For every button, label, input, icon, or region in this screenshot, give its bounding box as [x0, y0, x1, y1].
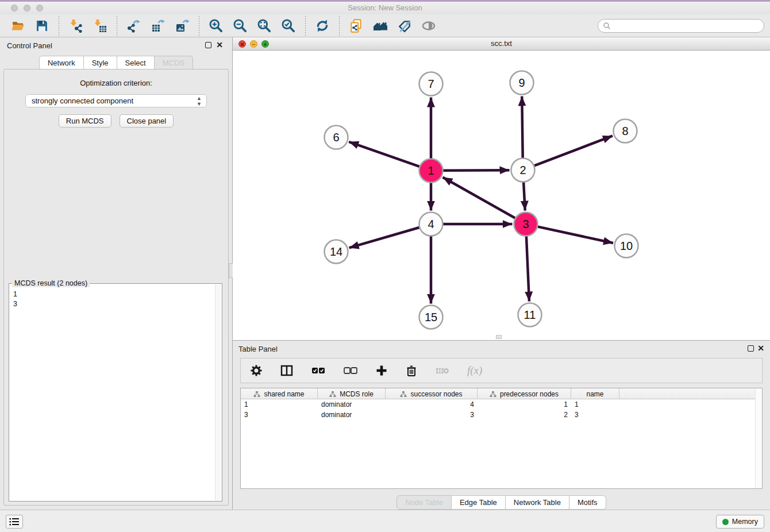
network-canvas[interactable]: 1234678910111415 [233, 51, 770, 340]
zoom-out-button[interactable] [230, 17, 250, 35]
network-window-titlebar: ✕ − + scc.txt [233, 37, 770, 51]
table-tabs: Node Table Edge Table Network Table Moti… [233, 495, 770, 510]
graph-node-label-1: 1 [428, 164, 434, 177]
memory-button[interactable]: Memory [716, 515, 764, 529]
close-panel-icon[interactable]: ✕ [216, 41, 223, 49]
column-header-shared-name[interactable]: shared name [241, 388, 318, 399]
apply-layout-button[interactable] [313, 17, 332, 35]
export-image-button[interactable] [172, 17, 192, 35]
graph-edge-1-6[interactable] [349, 142, 419, 167]
graph-node-label-6: 6 [333, 131, 339, 144]
control-panel-title: Control Panel [7, 41, 52, 50]
tab-network-table[interactable]: Network Table [506, 495, 569, 510]
select-all-button[interactable] [311, 362, 326, 379]
save-session-button[interactable] [32, 17, 52, 35]
export-table-button[interactable] [148, 17, 168, 35]
search-input[interactable] [611, 20, 764, 32]
cell-mcds-role: dominator [318, 400, 386, 410]
graph-edge-3-1[interactable] [442, 178, 515, 218]
add-column-button[interactable] [375, 362, 388, 379]
zoom-window-icon[interactable] [36, 5, 43, 11]
table-row[interactable]: 1 dominator 4 1 1 [241, 400, 762, 410]
float-panel-icon[interactable] [205, 42, 211, 48]
app-window: Session: New Session [0, 0, 770, 532]
graph-node-label-11: 11 [524, 309, 536, 321]
graph-edge-3-10[interactable] [537, 226, 613, 243]
toolbar-separator [339, 16, 340, 36]
mcds-result-item: 1 [13, 290, 222, 299]
graph-edge-1-2[interactable] [442, 170, 509, 171]
clone-network-button[interactable] [346, 17, 366, 35]
home-button[interactable] [371, 17, 390, 35]
tab-edge-table[interactable]: Edge Table [452, 495, 506, 510]
table-row[interactable]: 3 dominator 3 2 3 [241, 411, 762, 420]
network-minimize-icon[interactable]: − [250, 40, 257, 48]
deselect-all-button[interactable] [343, 362, 358, 379]
close-panel-button[interactable]: Close panel [120, 114, 174, 128]
cell-shared-name: 3 [241, 411, 318, 420]
table-settings-button[interactable] [250, 362, 263, 379]
network-resize-handle[interactable] [496, 335, 502, 339]
cell-mcds-role: dominator [318, 411, 386, 420]
zoom-selected-button[interactable] [279, 17, 298, 35]
graph-edge-2-8[interactable] [534, 136, 613, 165]
delete-row-button[interactable] [405, 362, 418, 379]
tab-network[interactable]: Network [39, 56, 84, 70]
network-maximize-icon[interactable]: + [261, 40, 269, 48]
criterion-dropdown[interactable]: strongly connected component ▲▼ [25, 94, 207, 107]
mcds-result-title: MCDS result (2 nodes) [12, 279, 90, 287]
select-all-icon [311, 365, 326, 376]
open-session-button[interactable] [8, 17, 28, 35]
close-table-panel-icon[interactable]: ✕ [757, 344, 764, 352]
graph-node-label-15: 15 [425, 311, 437, 323]
minimize-window-icon[interactable] [24, 5, 30, 11]
task-history-button[interactable] [6, 515, 23, 529]
import-table-button[interactable] [90, 17, 110, 35]
zoom-fit-icon [257, 18, 272, 33]
search-field[interactable] [598, 19, 764, 33]
tab-select[interactable]: Select [117, 56, 155, 70]
column-label: name [586, 390, 603, 398]
optimization-criterion-label: Optimization criterion: [4, 79, 228, 87]
graph-edge-4-14[interactable] [349, 228, 420, 248]
open-folder-icon [10, 19, 25, 33]
result-scrollbar[interactable] [215, 284, 221, 500]
node-table: shared name MCDS role successor nodes pr… [240, 388, 763, 489]
cell-name: 1 [571, 400, 619, 410]
show-hide-button[interactable] [419, 17, 438, 35]
tab-style[interactable]: Style [84, 56, 117, 70]
graph-node-label-7: 7 [428, 78, 434, 90]
hide-labels-button[interactable] [395, 17, 414, 35]
zoom-fit-button[interactable] [255, 17, 274, 35]
delete-column-button[interactable] [435, 362, 450, 379]
graph-edge-3-11[interactable] [526, 236, 529, 301]
import-network-icon [69, 19, 83, 33]
graph-edge-2-3[interactable] [523, 182, 525, 210]
tab-motifs[interactable]: Motifs [569, 495, 606, 510]
column-header-predecessor-nodes[interactable]: predecessor nodes [478, 388, 571, 399]
show-columns-button[interactable] [280, 362, 294, 379]
criterion-dropdown-value: strongly connected component [32, 97, 133, 105]
close-window-icon[interactable] [11, 5, 18, 11]
plus-icon [375, 364, 388, 377]
zoom-in-button[interactable] [206, 17, 226, 35]
mcds-tab-content: Optimization criterion: strongly connect… [3, 69, 229, 506]
graph-node-label-3: 3 [522, 218, 529, 230]
titlebar: Session: New Session [0, 2, 770, 14]
column-header-name[interactable]: name [571, 388, 619, 399]
run-mcds-button[interactable]: Run MCDS [59, 114, 111, 128]
tab-node-table[interactable]: Node Table [396, 495, 452, 510]
import-network-button[interactable] [66, 17, 86, 35]
float-table-panel-icon[interactable] [748, 345, 754, 352]
network-close-icon[interactable]: ✕ [238, 40, 246, 48]
export-network-button[interactable] [124, 17, 144, 35]
table-scrollbar[interactable] [755, 388, 762, 488]
column-header-mcds-role[interactable]: MCDS role [318, 388, 386, 399]
function-builder-button[interactable]: f(x) [467, 362, 482, 379]
column-header-successor-nodes[interactable]: successor nodes [386, 388, 478, 399]
graph-edge-2-9[interactable] [522, 96, 522, 158]
statusbar: Memory [0, 510, 770, 532]
tab-mcds[interactable]: MCDS [155, 56, 193, 70]
column-type-icon [400, 391, 407, 398]
trash-icon [405, 364, 418, 377]
